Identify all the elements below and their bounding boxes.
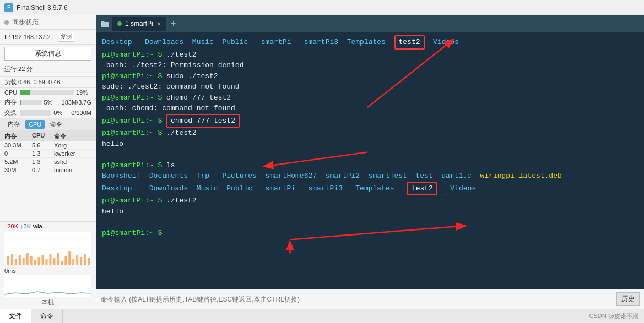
svg-rect-14 — [46, 259, 48, 265]
term-blank-1 — [102, 149, 638, 160]
app-title: FinalShell 3.9.7.6 — [17, 4, 68, 12]
terminal-tabs-bar: 1 smartPi ✕ + — [96, 15, 644, 32]
runtime-section: 运行 22 分 — [0, 63, 96, 77]
terminal-tab-1[interactable]: 1 smartPi ✕ — [112, 17, 166, 31]
cpu-bar-bg — [20, 90, 74, 95]
tab-close-icon[interactable]: ✕ — [156, 21, 161, 27]
term-blank-2 — [102, 217, 638, 228]
tab-label: 1 smartPi — [125, 20, 153, 28]
cpu-pct: 19% — [76, 89, 91, 96]
term-text: -bash: ./test2: Permission denied — [102, 60, 243, 71]
bottom-tab-commands[interactable]: 命令 — [31, 309, 63, 323]
watermark: CSDN @皮诺不潮 — [589, 312, 644, 320]
term-prompt-4: pi@smartPi:~ $ chmod 777 test2 — [102, 114, 638, 128]
tab-mem[interactable]: 内存 — [4, 119, 23, 129]
swap-extra: 0/100M — [71, 110, 91, 116]
proc-mem-1: 0 — [4, 150, 32, 157]
term-text: ls — [166, 160, 175, 171]
swap-pct: 0% — [53, 110, 69, 116]
term-prompt-final: pi@smartPi:~ $ — [102, 228, 638, 239]
net-upload: ↑20K — [4, 223, 18, 229]
svg-rect-10 — [30, 256, 33, 265]
term-text: Desktop Downloads Music Public smartPi s… — [102, 183, 407, 194]
proc-cpu-1: 1.3 — [32, 150, 54, 157]
proc-cpu-2: 1.3 — [32, 158, 54, 165]
svg-rect-11 — [34, 260, 36, 265]
ip-text: IP 192.168.137.2... — [4, 34, 56, 40]
sidebar: 同步状态 IP 192.168.137.2... 复制 系统信息 运行 22 分… — [0, 15, 96, 309]
sync-label: 同步状态 — [12, 18, 39, 27]
proc-cpu-0: 5.6 — [32, 142, 54, 149]
swap-bar-bg — [20, 110, 51, 116]
tab-cmd[interactable]: 命令 — [47, 119, 66, 129]
cpu-label: CPU — [4, 89, 18, 96]
svg-rect-7 — [19, 255, 21, 265]
proc-name-3: motion — [54, 167, 96, 173]
add-tab-button[interactable]: + — [167, 18, 180, 30]
tab-status-dot — [117, 21, 122, 26]
term-prompt-1: pi@smartPi:~ $ ./test2 — [102, 50, 638, 61]
svg-rect-17 — [57, 253, 59, 265]
term-text: Bookshelf Documents frp Pictures smartHo… — [102, 171, 480, 182]
svg-rect-4 — [7, 256, 9, 265]
term-prompt-2: pi@smartPi:~ $ sudo ./test2 — [102, 71, 638, 82]
highlight-test2-top: test2 — [394, 35, 425, 50]
history-button[interactable]: 历史 — [616, 292, 640, 306]
mem-pct: 5% — [44, 99, 59, 106]
mem-bar-fill — [20, 100, 21, 105]
col-mem: 内存 — [4, 132, 32, 140]
process-row: 5.2M 1.3 sshd — [0, 158, 96, 166]
term-prompt-5: pi@smartPi:~ $ ./test2 — [102, 128, 638, 139]
svg-rect-12 — [38, 257, 40, 265]
latency-value: 0ms — [4, 267, 16, 274]
term-output-5: hello — [102, 206, 638, 217]
folder-icon[interactable] — [99, 18, 111, 30]
process-tabs: 内存 CPU 命令 — [0, 118, 96, 131]
svg-rect-18 — [61, 261, 63, 265]
col-name: 命令 — [54, 132, 96, 140]
mem-metric: 内存 5% 183M/3.7G — [0, 97, 96, 107]
term-text: pi@smartPi:~ $ — [102, 50, 166, 61]
proc-cpu-3: 0.7 — [32, 167, 54, 173]
term-text: Videos — [437, 183, 476, 194]
sync-status-row: 同步状态 — [0, 15, 96, 30]
term-text: pi@smartPi:~ $ — [102, 128, 166, 139]
bottom-tab-files[interactable]: 文件 — [0, 309, 31, 323]
app-icon: F — [4, 3, 13, 12]
highlight-chmod: chmod 777 test2 — [166, 114, 240, 128]
svg-rect-13 — [42, 255, 44, 265]
term-text: ./test2 — [166, 195, 197, 206]
term-text: pi@smartPi:~ $ — [102, 116, 166, 127]
sparkline-chart — [4, 232, 91, 265]
bottom-tabs: 文件 命令 CSDN @皮诺不潮 — [0, 309, 644, 323]
svg-rect-15 — [49, 254, 51, 265]
main-layout: 同步状态 IP 192.168.137.2... 复制 系统信息 运行 22 分… — [0, 15, 644, 309]
copy-button[interactable]: 复制 — [58, 32, 74, 42]
svg-rect-26 — [4, 275, 91, 297]
cmd-input-field[interactable] — [101, 295, 616, 303]
term-text: pi@smartPi:~ $ — [102, 195, 166, 206]
runtime-label: 运行 22 分 — [4, 65, 33, 73]
svg-rect-19 — [64, 256, 67, 265]
swap-metric: 交换 0% 0/100M — [0, 107, 96, 118]
network-section: ↑20K ↓3K wla... — [0, 221, 96, 231]
tab-cpu[interactable]: CPU — [25, 120, 45, 129]
svg-rect-5 — [11, 254, 13, 265]
svg-rect-8 — [23, 258, 25, 265]
svg-rect-20 — [68, 251, 71, 265]
term-text: ./test2 — [166, 128, 197, 139]
net-download: ↓3K — [20, 223, 31, 229]
term-line-ls1: Desktop Downloads Music Public smartPi s… — [102, 35, 638, 50]
term-output-1: -bash: ./test2: Permission denied — [102, 60, 638, 71]
proc-name-2: sshd — [54, 158, 96, 165]
proc-name-1: kworker — [54, 150, 96, 157]
svg-rect-22 — [76, 255, 78, 265]
term-ls-row2: Desktop Downloads Music Public smartPi s… — [102, 182, 638, 196]
sys-info-button[interactable]: 系统信息 — [4, 47, 91, 61]
term-prompt-3: pi@smartPi:~ $ chomd 777 test2 — [102, 92, 638, 103]
ip-section: IP 192.168.137.2... 复制 — [0, 30, 96, 45]
term-text: sudo: ./test2: command not found — [102, 81, 240, 92]
term-text: wiringpi-latest.deb — [480, 171, 562, 182]
process-row: 0 1.3 kworker — [0, 150, 96, 158]
term-text: pi@smartPi:~ $ — [102, 228, 166, 239]
